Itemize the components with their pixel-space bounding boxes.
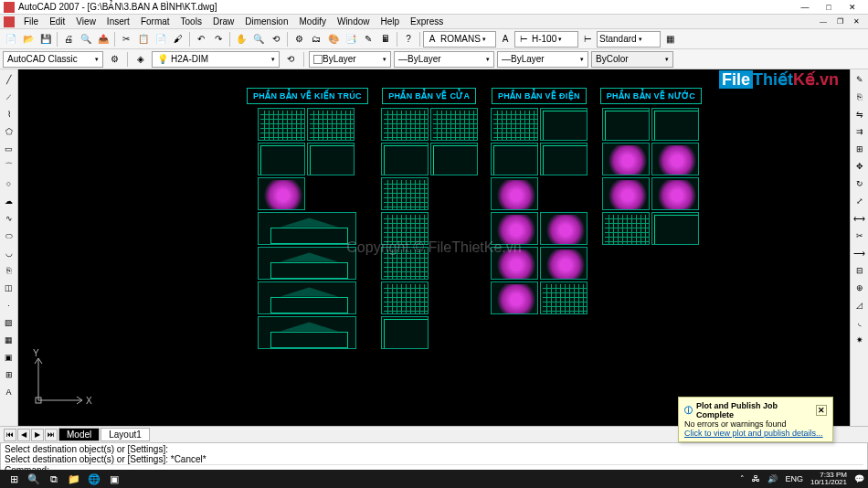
move-tool-icon[interactable]: ✥ [852,158,868,175]
tray-network-icon[interactable]: 🖧 [752,474,760,483]
sheet-thumb[interactable] [381,143,429,175]
sheet-thumb[interactable] [602,108,650,141]
tablestyle-btn[interactable]: ▦ [662,31,678,48]
join-tool-icon[interactable]: ⊕ [852,280,868,296]
textstyle-dropdown[interactable]: AROMANS [423,31,496,48]
paste-icon[interactable]: 📄 [153,31,169,48]
sheet-thumb[interactable] [651,212,699,245]
tab-next-icon[interactable]: ▶ [31,429,44,441]
sheet-thumb[interactable] [430,108,478,141]
start-button[interactable]: ⊞ [4,471,24,487]
plotstyle-dropdown[interactable]: ByColor [591,51,673,68]
dim-btn[interactable]: ⊢ [579,31,596,48]
sheet-thumb[interactable] [258,143,305,175]
sheet-thumb[interactable] [651,177,699,210]
sheet-thumb[interactable] [491,177,538,210]
dimscale-dropdown[interactable]: ⊢H-100 [514,31,578,48]
layer-props-icon[interactable]: ◈ [132,51,149,68]
layer-dropdown[interactable]: 💡H2A-DIM [152,51,280,68]
revcloud-tool-icon[interactable]: ☁ [1,193,17,209]
ellipse-tool-icon[interactable]: ⬭ [1,228,17,244]
dimstyle-dropdown[interactable]: Standard [597,31,661,48]
pan-icon[interactable]: ✋ [233,31,249,48]
sheet-thumb[interactable] [381,316,429,349]
child-restore-button[interactable]: ❐ [831,16,848,27]
erase-tool-icon[interactable]: ✎ [852,71,868,88]
sheet-thumb[interactable] [307,108,355,141]
workspace-settings-icon[interactable]: ⚙ [106,51,122,68]
circle-tool-icon[interactable]: ○ [1,175,17,192]
zoom-icon[interactable]: 🔍 [250,31,267,48]
designcenter-icon[interactable]: 🗂 [308,31,324,48]
chamfer-tool-icon[interactable]: ◿ [852,297,868,313]
polygon-tool-icon[interactable]: ⬠ [1,123,17,140]
menu-insert[interactable]: Insert [101,16,135,27]
menu-help[interactable]: Help [376,16,406,27]
menu-express[interactable]: Express [405,16,449,27]
sheet-thumb[interactable] [491,108,538,141]
print-icon[interactable]: 🖨 [60,31,77,48]
sheet-thumb[interactable] [381,108,429,141]
sheet-thumb[interactable] [258,316,356,349]
gradient-tool-icon[interactable]: ▦ [1,332,17,348]
markup-icon[interactable]: ✎ [360,31,376,48]
menu-file[interactable]: File [18,16,44,27]
menu-edit[interactable]: Edit [44,16,70,27]
publish-icon[interactable]: 📤 [95,31,111,48]
sheetset-icon[interactable]: 📑 [343,31,359,48]
linetype-dropdown[interactable]: — ByLayer [394,51,494,68]
sheet-thumb[interactable] [258,281,356,314]
save-icon[interactable]: 💾 [37,31,54,48]
ellipsearc-tool-icon[interactable]: ◡ [1,245,17,261]
minimize-button[interactable]: — [793,1,817,14]
maximize-button[interactable]: □ [817,1,841,14]
explorer-icon[interactable]: 📁 [64,471,84,487]
sheet-thumb[interactable] [651,143,699,175]
tab-last-icon[interactable]: ⏭ [45,429,58,441]
tray-chevron-icon[interactable]: ˄ [740,474,745,483]
sheet-thumb[interactable] [258,177,305,210]
matchprop-icon[interactable]: 🖌 [170,31,186,48]
tab-first-icon[interactable]: ⏮ [4,429,16,441]
sheet-thumb[interactable] [602,212,650,245]
sheet-thumb[interactable] [540,143,587,175]
open-icon[interactable]: 📂 [20,31,37,48]
offset-tool-icon[interactable]: ⇉ [852,123,868,140]
sheet-thumb[interactable] [258,108,305,141]
menu-draw[interactable]: Draw [207,16,239,27]
menu-modify[interactable]: Modify [294,16,332,27]
notification-link[interactable]: Click to view plot and publish details..… [684,429,827,438]
sheet-thumb[interactable] [602,177,650,210]
redo-icon[interactable]: ↷ [210,31,227,48]
rectangle-tool-icon[interactable]: ▭ [1,141,17,157]
sheet-thumb[interactable] [381,212,429,245]
sheet-thumb[interactable] [651,108,699,141]
mtext-tool-icon[interactable]: A [1,384,17,400]
table-tool-icon[interactable]: ⊞ [1,366,17,383]
notifications-icon[interactable]: 💬 [854,474,864,483]
sheet-thumb[interactable] [491,212,538,245]
model-viewport[interactable]: XY PHẦN BẢN VẼ KIẾN TRÚC PHẦN BẢN VẼ CỬA [18,69,850,426]
menu-dimension[interactable]: Dimension [239,16,293,27]
tray-volume-icon[interactable]: 🔊 [767,474,778,483]
break-tool-icon[interactable]: ⊟ [852,262,868,279]
sheet-thumb[interactable] [540,212,587,245]
new-icon[interactable]: 📄 [3,31,19,48]
undo-icon[interactable]: ↶ [193,31,209,48]
search-icon[interactable]: 🔍 [24,471,44,487]
help-icon[interactable]: ? [400,31,417,48]
tray-language[interactable]: ENG [785,474,803,483]
child-minimize-button[interactable]: — [815,16,831,27]
zoom-prev-icon[interactable]: ⟲ [268,31,284,48]
line-tool-icon[interactable]: ╱ [1,71,17,88]
tab-model[interactable]: Model [58,428,100,441]
sheet-thumb[interactable] [491,281,538,314]
sheet-thumb[interactable] [540,247,587,280]
stretch-tool-icon[interactable]: ⟷ [852,210,868,227]
fillet-tool-icon[interactable]: ◟ [852,314,868,331]
color-dropdown[interactable]: ByLayer [309,51,391,68]
sheet-thumb[interactable] [381,281,429,314]
sheet-thumb[interactable] [491,247,538,280]
sheet-thumb[interactable] [602,143,650,175]
sheet-thumb[interactable] [540,108,587,141]
